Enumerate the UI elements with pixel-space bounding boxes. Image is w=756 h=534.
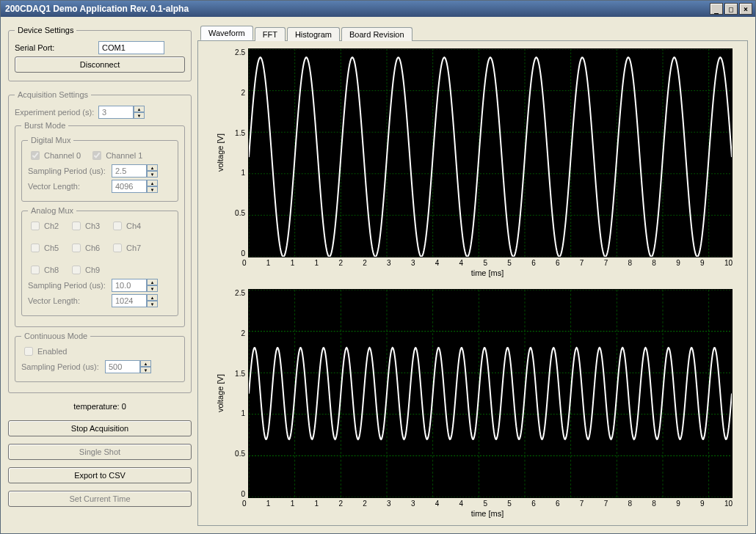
plot2-xlabel: time [ms]: [242, 509, 733, 518]
analog-vlen-input[interactable]: [112, 294, 147, 307]
channel1-checkbox[interactable]: Channel 1: [90, 149, 142, 162]
burst-mode-legend: Burst Mode: [21, 121, 68, 130]
plot2-canvas: [248, 289, 733, 498]
client-area: Device Settings Serial Port: Disconnect …: [1, 17, 755, 533]
burst-mode-group: Burst Mode Digital Mux Channel 0 Channel…: [15, 121, 185, 327]
exp-period-up[interactable]: ▲: [134, 106, 145, 112]
dig-vlen-down[interactable]: ▼: [147, 186, 158, 193]
ch3-checkbox[interactable]: Ch3: [69, 219, 101, 233]
tab-fft[interactable]: FFT: [255, 27, 286, 41]
right-panel: Waveform FFT Histogram Board Revision vo…: [197, 24, 748, 526]
dig-samp-up[interactable]: ▲: [147, 164, 158, 171]
single-shot-button[interactable]: Single Shot: [8, 444, 192, 460]
plot1-canvas: [248, 48, 733, 257]
digital-mux-group: Digital Mux Channel 0 Channel 1 Sampling…: [21, 136, 178, 202]
digital-sampling-input[interactable]: [112, 164, 147, 178]
ch4-checkbox[interactable]: Ch4: [110, 219, 142, 233]
ch9-checkbox[interactable]: Ch9: [69, 263, 101, 277]
cont-samp-up[interactable]: ▲: [140, 360, 151, 367]
tab-histogram[interactable]: Histogram: [287, 27, 340, 41]
serial-port-label: Serial Port:: [15, 43, 95, 52]
plot2-xticks: 0111223344556677889910: [242, 498, 733, 508]
ana-vlen-down[interactable]: ▼: [147, 301, 158, 307]
ch2-checkbox[interactable]: Ch2: [28, 219, 60, 233]
ana-samp-up[interactable]: ▲: [147, 279, 158, 285]
minimize-button[interactable]: _: [710, 3, 723, 15]
analog-vlen-label: Vector Length:: [28, 296, 109, 305]
ch6-checkbox[interactable]: Ch6: [69, 241, 101, 255]
continuous-enabled-checkbox[interactable]: Enabled: [21, 345, 67, 358]
serial-port-input[interactable]: [98, 41, 164, 54]
device-settings-group: Device Settings Serial Port: Disconnect: [8, 26, 192, 81]
experiment-period-input[interactable]: [98, 106, 134, 119]
disconnect-button[interactable]: Disconnect: [15, 56, 185, 73]
titlebar: 200CDAQ1 Demo Application Rev. 0.1-alpha…: [1, 1, 755, 17]
tab-waveform[interactable]: Waveform: [200, 26, 253, 40]
digital-vlen-input[interactable]: [112, 180, 147, 193]
set-current-time-button[interactable]: Set Current Time: [8, 491, 192, 507]
ana-vlen-up[interactable]: ▲: [147, 294, 158, 301]
analog-sampling-label: Sampling Period (us):: [28, 281, 109, 290]
tab-board-revision[interactable]: Board Revision: [341, 27, 412, 41]
plot1-yticks: 2.5 2 1.5 1 0.5 0: [228, 48, 248, 257]
analog-sampling-input[interactable]: [112, 279, 147, 292]
cont-samp-down[interactable]: ▼: [140, 367, 151, 373]
digital-vlen-label: Vector Length:: [28, 182, 109, 191]
exp-period-down[interactable]: ▼: [134, 112, 145, 119]
plot-top-block: voltage [V] 2.5 2 1.5 1 0.5 0 0111223344…: [213, 48, 733, 277]
continuous-mode-group: Continuous Mode Enabled Sampling Period …: [15, 332, 185, 382]
analog-mux-group: Analog Mux Ch2 Ch3 Ch4 Ch5 Ch6 Ch7 Ch8 C…: [21, 206, 178, 316]
experiment-period-label: Experiment period (s):: [15, 108, 95, 117]
app-window: 200CDAQ1 Demo Application Rev. 0.1-alpha…: [0, 0, 756, 534]
continuous-sampling-input[interactable]: [105, 360, 140, 373]
window-title: 200CDAQ1 Demo Application Rev. 0.1-alpha: [4, 4, 708, 14]
close-button[interactable]: ×: [739, 3, 752, 15]
plot-bottom-block: voltage [V] 2.5 2 1.5 1 0.5 0 0111223344…: [213, 289, 733, 518]
digital-sampling-label: Sampling Period (us):: [28, 167, 109, 175]
channel0-checkbox[interactable]: Channel 0: [28, 149, 81, 162]
maximize-button[interactable]: □: [724, 3, 738, 15]
tab-strip: Waveform FFT Histogram Board Revision: [197, 24, 748, 40]
ana-samp-down[interactable]: ▼: [147, 285, 158, 292]
acquisition-settings-group: Acquisition Settings Experiment period (…: [8, 90, 192, 393]
device-settings-legend: Device Settings: [15, 26, 76, 34]
ch5-checkbox[interactable]: Ch5: [28, 241, 60, 255]
dig-samp-down[interactable]: ▼: [147, 171, 158, 178]
analog-mux-legend: Analog Mux: [28, 206, 76, 215]
analog-channels-row: Ch2 Ch3 Ch4 Ch5 Ch6 Ch7 Ch8 Ch9: [28, 219, 172, 277]
temperature-label: temperature: 0: [8, 402, 192, 411]
continuous-mode-legend: Continuous Mode: [21, 332, 90, 340]
stop-acquisition-button[interactable]: Stop Acquisition: [8, 420, 192, 436]
continuous-sampling-label: Sampling Period (us):: [21, 362, 102, 371]
tab-content-waveform: voltage [V] 2.5 2 1.5 1 0.5 0 0111223344…: [197, 40, 748, 526]
left-panel: Device Settings Serial Port: Disconnect …: [8, 24, 192, 526]
dig-vlen-up[interactable]: ▲: [147, 180, 158, 186]
digital-mux-legend: Digital Mux: [28, 136, 73, 145]
plot1-xlabel: time [ms]: [242, 268, 733, 277]
plot1-ylabel: voltage [V]: [213, 48, 228, 257]
plot2-yticks: 2.5 2 1.5 1 0.5 0: [228, 289, 248, 498]
ch8-checkbox[interactable]: Ch8: [28, 263, 60, 277]
ch7-checkbox[interactable]: Ch7: [110, 241, 142, 255]
export-csv-button[interactable]: Export to CSV: [8, 467, 192, 483]
plot1-xticks: 0111223344556677889910: [242, 257, 733, 267]
acquisition-settings-legend: Acquisition Settings: [15, 90, 91, 99]
plot2-ylabel: voltage [V]: [213, 289, 228, 498]
